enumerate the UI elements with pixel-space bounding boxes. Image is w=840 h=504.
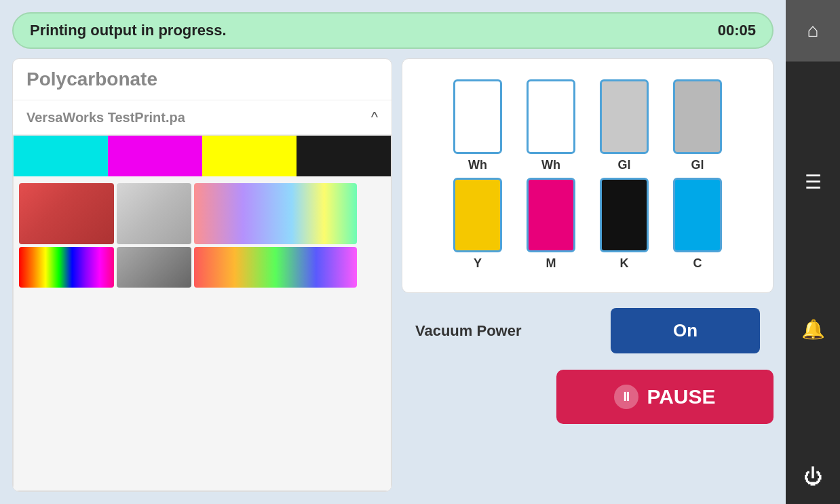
sidebar: ⌂ ☰ 🔔 ⏻ [786, 0, 840, 504]
swatch-box-c [673, 178, 722, 252]
color-bars [14, 136, 391, 176]
swatch-k: K [594, 178, 655, 271]
swatch-box-m [527, 178, 575, 252]
ink-panel: Wh Wh Gl Gl [402, 58, 774, 293]
preview-rainbow [19, 247, 114, 288]
swatch-label-gl1: Gl [617, 158, 630, 172]
swatch-box-wh1 [453, 79, 502, 154]
file-name: VersaWorks TestPrint.pa [26, 110, 185, 125]
home-icon: ⌂ [807, 20, 819, 41]
power-icon: ⏻ [803, 465, 822, 488]
vacuum-label: Vacuum Power [415, 322, 522, 340]
status-message: Printing output in progress. [30, 22, 227, 39]
pause-button[interactable]: ⏸ PAUSE [556, 370, 774, 424]
middle-row: Polycarbonate VersaWorks TestPrint.pa ^ [12, 58, 774, 492]
swatch-label-gl2: Gl [691, 158, 704, 172]
swatch-box-y [453, 178, 502, 252]
file-row: VersaWorks TestPrint.pa ^ [13, 100, 392, 135]
menu-icon: ☰ [805, 171, 822, 193]
cyan-bar [14, 136, 108, 176]
swatch-label-m: M [546, 256, 556, 271]
swatch-y: Y [447, 178, 508, 271]
preview-colors [194, 247, 357, 288]
swatch-label-wh1: Wh [468, 158, 487, 172]
preview-blob-2 [117, 183, 191, 244]
swatch-c: C [667, 178, 728, 271]
bell-icon: 🔔 [801, 318, 825, 341]
swatch-grid: Wh Wh Gl Gl [431, 66, 744, 282]
swatch-label-y: Y [474, 256, 482, 271]
vacuum-row: Vacuum Power On [402, 293, 774, 363]
pause-label: PAUSE [647, 385, 715, 408]
swatch-box-gl1 [600, 79, 649, 154]
pause-section: ⏸ PAUSE [402, 363, 774, 424]
main-content: Printing output in progress. 00:05 Polyc… [0, 0, 786, 504]
swatch-wh1: Wh [447, 79, 508, 172]
swatch-gl1: Gl [594, 79, 655, 172]
black-bar [297, 136, 391, 176]
swatch-label-c: C [693, 256, 702, 271]
yellow-bar [202, 136, 297, 176]
vacuum-on-button[interactable]: On [611, 308, 760, 353]
swatch-box-wh2 [527, 79, 575, 154]
power-button[interactable]: ⏻ [786, 450, 840, 504]
status-bar: Printing output in progress. 00:05 [12, 12, 774, 49]
sidebar-divider-1 [786, 61, 840, 62]
right-panel: Wh Wh Gl Gl [402, 58, 774, 492]
material-name: Polycarbonate [13, 59, 392, 100]
bell-button[interactable]: 🔔 [786, 303, 840, 357]
preview-image [14, 176, 391, 294]
swatch-label-wh2: Wh [541, 158, 560, 172]
home-button[interactable]: ⌂ [786, 0, 840, 61]
swatch-box-k [600, 178, 649, 252]
preview-blob-3 [194, 183, 357, 244]
status-timer: 00:05 [718, 22, 756, 39]
swatch-m: M [520, 178, 581, 271]
swatch-box-gl2 [673, 79, 722, 154]
print-preview [13, 135, 392, 491]
pause-icon: ⏸ [614, 385, 638, 409]
magenta-bar [108, 136, 202, 176]
preview-gray [117, 247, 191, 288]
menu-button[interactable]: ☰ [786, 155, 840, 209]
swatch-wh2: Wh [520, 79, 581, 172]
left-panel: Polycarbonate VersaWorks TestPrint.pa ^ [12, 58, 392, 492]
preview-blob-1 [19, 183, 114, 244]
swatch-gl2: Gl [667, 79, 728, 172]
chevron-up-icon[interactable]: ^ [371, 109, 378, 126]
swatch-label-k: K [620, 256, 629, 271]
